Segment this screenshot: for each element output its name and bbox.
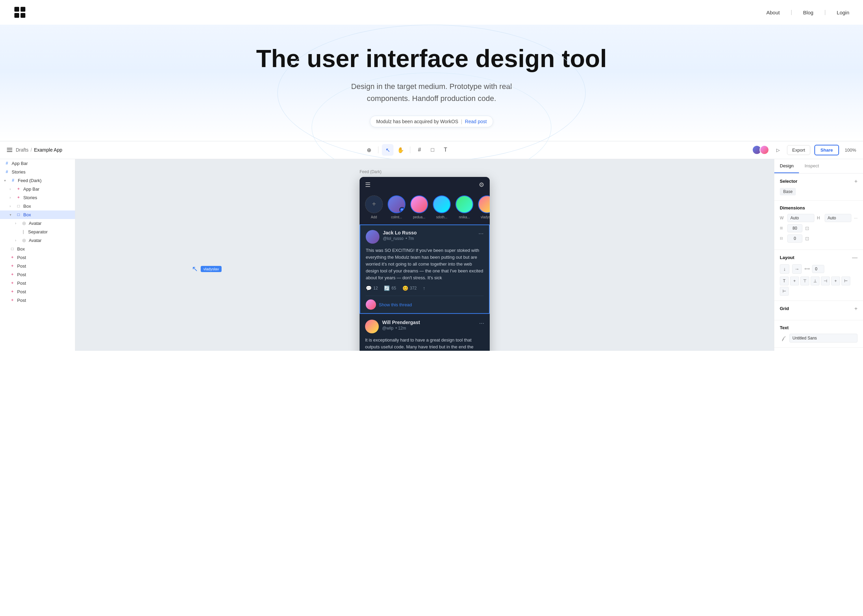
post-2-inner: Will Prendergast @wilp • 12m ··· <box>360 315 490 350</box>
dim-number2[interactable]: 0 <box>787 234 802 243</box>
layer-frame-icon: # <box>4 161 9 166</box>
layer-box-icon: □ <box>16 204 21 208</box>
story-add[interactable]: + Add <box>365 195 383 219</box>
chevron-right-icon2: › <box>9 196 14 200</box>
layer-separator[interactable]: | Separator <box>0 228 75 236</box>
layer-avatar-icon: ◎ <box>21 221 27 226</box>
story-5[interactable]: vladys... <box>478 195 490 219</box>
layer-app-bar[interactable]: # App Bar <box>0 159 75 168</box>
stories-row: + Add + colmt... pedua... <box>360 193 490 225</box>
story-1[interactable]: + colmt... <box>387 195 405 219</box>
layer-stories-child[interactable]: › ✦ Stories <box>0 193 75 202</box>
story-4[interactable]: nnika... <box>455 195 473 219</box>
layout-gap-value[interactable]: 0 <box>812 265 824 273</box>
nav-login[interactable]: Login <box>837 9 849 16</box>
hero-subtitle: Design in the target medium. Prototype w… <box>335 80 528 104</box>
text-tool[interactable]: T <box>440 144 451 156</box>
frame-tool[interactable]: # <box>414 144 425 156</box>
align-plus[interactable]: + <box>790 277 799 285</box>
layout-right-btn[interactable]: → <box>792 264 802 274</box>
hero-badge: Modulz has been acquired by WorkOS | Rea… <box>370 116 493 127</box>
align-right[interactable]: ⊢ <box>780 287 789 296</box>
feed-menu-icon[interactable]: ☰ <box>365 181 370 189</box>
layer-box1[interactable]: › □ Box <box>0 202 75 211</box>
post-1-repost[interactable]: 🔄 65 <box>384 285 396 291</box>
post-1-more[interactable]: ··· <box>479 230 483 237</box>
like-icon: 😊 <box>402 285 408 291</box>
layer-post1[interactable]: ✦ Post <box>0 253 75 262</box>
canvas[interactable]: Feed (Dark) ☰ ⚙ + Add <box>76 159 774 351</box>
dim-number1[interactable]: 80 <box>787 224 802 233</box>
dim-w-value[interactable]: Auto <box>787 214 814 222</box>
post-2-handle: @wilp <box>382 326 394 331</box>
post-1-name: Jack Lo Russo <box>383 230 417 236</box>
align-left[interactable]: ⊣ <box>821 277 830 285</box>
layer-post5[interactable]: ✦ Post <box>0 288 75 296</box>
layout-direction-row: ↓ → ⟺ 0 <box>780 264 858 274</box>
layer-label6: Box <box>23 204 31 209</box>
align-center[interactable]: + <box>831 277 840 285</box>
add-tool[interactable]: ⊕ <box>363 144 375 156</box>
hero-badge-divider: | <box>461 119 462 124</box>
layout-minus-icon[interactable]: — <box>852 255 858 261</box>
post-2-more[interactable]: ··· <box>479 320 484 327</box>
select-tool[interactable]: ↖ <box>382 144 394 156</box>
layout-down-btn[interactable]: ↓ <box>780 264 789 274</box>
align-text-bottom[interactable]: ⊥ <box>811 277 819 285</box>
dim-expand-icon2[interactable]: ⊡ <box>805 236 809 241</box>
layer-sep-icon: | <box>20 229 26 234</box>
grid-add-icon[interactable]: + <box>854 306 858 312</box>
toolbar-left: Drafts / Example App <box>7 147 62 152</box>
layer-stories[interactable]: # Stories <box>0 168 75 176</box>
nav-about[interactable]: About <box>767 9 780 16</box>
align-text-top[interactable]: T <box>780 277 789 285</box>
layer-app-bar-child[interactable]: › ✦ App Bar <box>0 185 75 193</box>
breadcrumb-root[interactable]: Drafts <box>16 147 28 152</box>
dim-more-icon[interactable]: ··· <box>854 215 858 220</box>
layout-gap-row: ⟺ 0 <box>805 265 824 273</box>
toolbar-tools: ⊕ ↖ ✋ # □ T <box>363 144 451 156</box>
story-3[interactable]: sdoth... <box>433 195 451 219</box>
layer-avatar2[interactable]: › ◎ Avatar <box>0 236 75 245</box>
layer-box2-selected[interactable]: ▾ □ Box <box>0 211 75 219</box>
story-avatar-3 <box>433 195 451 213</box>
post-1-share[interactable]: ↑ <box>423 285 425 291</box>
layer-post6[interactable]: ✦ Post <box>0 296 75 305</box>
story-name-1: colmt... <box>391 215 402 219</box>
layer-post4[interactable]: ✦ Post <box>0 279 75 288</box>
tab-inspect[interactable]: Inspect <box>799 159 824 173</box>
post-1-comment[interactable]: 💬 12 <box>366 285 378 291</box>
hero-badge-link[interactable]: Read post <box>465 119 487 124</box>
layer-post2[interactable]: ✦ Post <box>0 262 75 270</box>
layer-feed-dark[interactable]: ▾ # Feed (Dark) <box>0 176 75 185</box>
share-button[interactable]: Share <box>814 145 839 156</box>
font-name[interactable]: Untitled Sans <box>789 334 858 343</box>
box-tool[interactable]: □ <box>427 144 438 156</box>
layer-component-icon: ✦ <box>16 187 21 191</box>
layer-box3[interactable]: □ Box <box>0 245 75 253</box>
tab-design[interactable]: Design <box>774 159 799 173</box>
align-text-baseline[interactable]: ⊤ <box>800 277 809 285</box>
selector-add-icon[interactable]: + <box>854 178 858 184</box>
show-thread-button[interactable]: Show this thread <box>379 302 412 307</box>
svg-rect-1 <box>20 7 25 12</box>
feed-settings-icon[interactable]: ⚙ <box>479 181 484 189</box>
dim-expand-icon1[interactable]: ⊡ <box>805 226 809 231</box>
logo[interactable] <box>14 6 26 19</box>
story-2[interactable]: pedua... <box>410 195 428 219</box>
layer-box-icon2: □ <box>16 212 21 217</box>
layer-box-icon3: □ <box>9 247 15 251</box>
selector-value[interactable]: Base <box>780 188 796 195</box>
hand-tool[interactable]: ✋ <box>395 144 406 156</box>
align-between[interactable]: ⊢ <box>841 277 850 285</box>
layer-post3[interactable]: ✦ Post <box>0 270 75 279</box>
export-button[interactable]: Export <box>787 145 810 155</box>
dimensions-header: Dimensions <box>780 205 858 211</box>
post-1-like[interactable]: 😊 372 <box>402 285 417 291</box>
layer-label7: Box <box>23 212 31 217</box>
layer-avatar1[interactable]: › ◎ Avatar <box>0 219 75 228</box>
play-button[interactable]: ▷ <box>773 145 783 155</box>
nav-blog[interactable]: Blog <box>803 9 813 16</box>
menu-icon[interactable] <box>7 148 12 152</box>
dim-h-value[interactable]: Auto <box>825 214 852 222</box>
